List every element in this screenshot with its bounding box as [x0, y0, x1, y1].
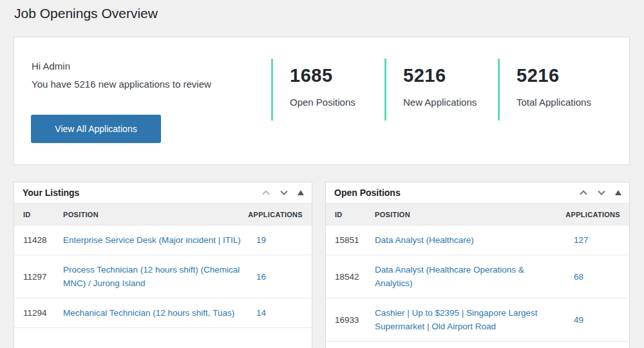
stat-value: 1685: [290, 65, 384, 86]
your-listings-panel: Your Listings ID POSITION APPLICATIONS 1…: [14, 182, 312, 348]
stat-label: Open Positions: [290, 97, 384, 108]
greeting-block: Hi Admin You have 5216 new applications …: [32, 57, 218, 93]
table-row: 16933 Cashier | Up to $2395 | Singapore …: [326, 298, 629, 342]
stat-total-applications: 5216 Total Applications: [498, 59, 611, 121]
triangle-up-icon[interactable]: [615, 190, 621, 195]
panel-controls: [579, 189, 621, 196]
job-id: 18542: [326, 255, 366, 298]
stat-new-applications: 5216 New Applications: [384, 59, 498, 121]
position-link[interactable]: Data Analyst (Healthcare): [375, 235, 474, 245]
position-link[interactable]: Mechanical Technician (12 hours shift, T…: [63, 308, 234, 318]
position-link[interactable]: Process Technician (12 hours shift) (Che…: [63, 265, 240, 288]
position-link[interactable]: Cashier | Up to $2395 | Singapore Larges…: [375, 308, 537, 331]
job-id: 11428: [14, 226, 54, 255]
stat-open-positions: 1685 Open Positions: [271, 59, 384, 121]
position-link[interactable]: Enterprise Service Desk (Major incident …: [63, 235, 241, 245]
applications-count-link[interactable]: 16: [256, 272, 266, 282]
open-positions-table: ID POSITION APPLICATIONS 15851 Data Anal…: [326, 203, 629, 348]
chevron-up-icon[interactable]: [579, 189, 588, 196]
panel-controls: [261, 189, 304, 196]
panel-header: Open Positions: [326, 182, 629, 203]
open-positions-panel: Open Positions ID POSITION APPLICATIONS …: [325, 182, 630, 348]
stat-value: 5216: [403, 65, 498, 86]
column-header-applications: APPLICATIONS: [247, 204, 312, 226]
job-id: 15851: [326, 226, 366, 255]
column-header-position: POSITION: [54, 204, 247, 226]
column-header-id: ID: [14, 204, 54, 226]
view-all-applications-button[interactable]: View All Applications: [31, 115, 161, 143]
panel-title: Your Listings: [23, 188, 79, 198]
applications-count-link[interactable]: 68: [574, 272, 583, 282]
chevron-up-icon[interactable]: [261, 189, 270, 196]
your-listings-table: ID POSITION APPLICATIONS 11428 Enterpris…: [14, 203, 312, 343]
chevron-down-icon[interactable]: [597, 189, 606, 196]
job-id: 11297: [14, 255, 54, 298]
stat-value: 5216: [516, 65, 611, 86]
table-row: 11294 Mechanical Technician (12 hours sh…: [14, 298, 312, 328]
column-header-applications: APPLICATIONS: [565, 204, 629, 226]
applications-count-link[interactable]: 19: [256, 235, 266, 245]
applications-count-link[interactable]: 14: [256, 308, 266, 318]
column-header-id: ID: [326, 204, 366, 226]
table-header-row: ID POSITION APPLICATIONS: [14, 204, 312, 226]
table-row: 11428 Enterprise Service Desk (Major inc…: [14, 226, 312, 255]
column-header-position: POSITION: [366, 204, 565, 226]
triangle-up-icon[interactable]: [298, 190, 304, 195]
stats-row: 1685 Open Positions 5216 New Application…: [271, 59, 611, 121]
applications-count-link[interactable]: 127: [574, 235, 589, 245]
greeting-text: Hi Admin: [32, 57, 218, 75]
page-title: Job Openings Overview: [14, 6, 158, 21]
stat-label: New Applications: [403, 97, 498, 108]
chevron-down-icon[interactable]: [279, 189, 289, 196]
position-link[interactable]: Data Analyst (Healthcare Operations & An…: [375, 265, 524, 288]
stat-label: Total Applications: [516, 97, 611, 108]
table-row: 18542 Data Analyst (Healthcare Operation…: [326, 255, 629, 298]
job-id: 11294: [14, 298, 54, 328]
greeting-message: You have 5216 new applications to review: [32, 75, 218, 93]
panel-header: Your Listings: [14, 182, 312, 203]
welcome-panel: Hi Admin You have 5216 new applications …: [14, 37, 630, 165]
panel-title: Open Positions: [334, 188, 401, 198]
applications-count-link[interactable]: 49: [574, 315, 583, 325]
table-header-row: ID POSITION APPLICATIONS: [326, 204, 629, 226]
table-row-partial: [14, 328, 312, 343]
table-row: 15851 Data Analyst (Healthcare) 127: [326, 226, 629, 255]
job-id: 16933: [326, 298, 366, 342]
table-row: 11297 Process Technician (12 hours shift…: [14, 255, 312, 298]
table-row-partial: [326, 342, 629, 348]
